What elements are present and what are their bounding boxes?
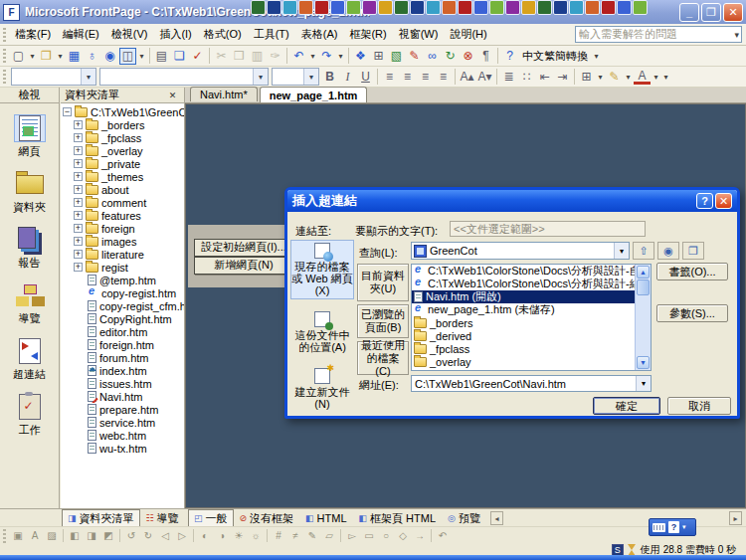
tree-item[interactable]: _overlay bbox=[61, 144, 184, 157]
separator[interactable] bbox=[119, 529, 120, 542]
undo-icon[interactable]: ↶ bbox=[290, 48, 307, 65]
browsed-pages-button[interactable]: 已瀏覽的頁面(B) bbox=[357, 304, 409, 338]
view-navigation[interactable]: 導覽 bbox=[0, 281, 59, 326]
keyboard-icon[interactable] bbox=[653, 523, 665, 532]
copy-icon[interactable]: ❒ bbox=[231, 48, 248, 65]
expand-icon[interactable] bbox=[74, 250, 83, 259]
redo-icon[interactable]: ↷ bbox=[318, 48, 335, 65]
font-size-combobox[interactable]: ▾ bbox=[272, 68, 319, 86]
chevron-down-icon[interactable]: ▾ bbox=[636, 376, 651, 391]
rectangle-icon[interactable]: ▭ bbox=[361, 528, 377, 543]
view-reports[interactable]: 報告 bbox=[0, 226, 59, 271]
view-tab-html[interactable]: ◧ HTML bbox=[299, 509, 352, 528]
align-left-icon[interactable]: ≡ bbox=[381, 69, 398, 86]
tree-item[interactable]: features bbox=[61, 209, 184, 222]
underline-icon[interactable]: U bbox=[357, 69, 374, 86]
tree-item[interactable]: service.htm bbox=[61, 416, 184, 429]
toolbar-options-icon[interactable]: ▾ bbox=[661, 69, 670, 86]
rotate-left-icon[interactable]: ↺ bbox=[123, 528, 139, 543]
open-icon[interactable]: ❐ bbox=[38, 48, 55, 65]
look-in-combobox[interactable]: GreenCot ▾ bbox=[411, 242, 630, 260]
close-button[interactable]: ✕ bbox=[723, 3, 743, 22]
scroll-thumb[interactable] bbox=[637, 280, 650, 295]
recent-files-button[interactable]: 最近使用的檔案(C) bbox=[357, 341, 409, 375]
separator[interactable] bbox=[496, 69, 497, 85]
expand-icon[interactable] bbox=[74, 211, 83, 220]
restore-icon[interactable]: ↶ bbox=[435, 528, 451, 543]
toolbar-grip[interactable] bbox=[3, 529, 6, 543]
style-combobox[interactable]: ▾ bbox=[11, 68, 96, 86]
search-web-button[interactable]: ◉ bbox=[657, 242, 679, 260]
search-icon[interactable]: ◉ bbox=[101, 48, 118, 65]
separator[interactable] bbox=[267, 529, 268, 542]
borders-dropdown-icon[interactable]: ▾ bbox=[596, 69, 605, 86]
menu-item[interactable]: 編輯(E) bbox=[57, 24, 105, 45]
undo-dropdown-icon[interactable]: ▾ bbox=[308, 48, 317, 65]
preview-in-browser-icon[interactable]: ❏ bbox=[171, 48, 188, 65]
file-list-item[interactable]: _borders bbox=[412, 316, 637, 329]
highlight-icon[interactable]: ✎ bbox=[606, 69, 623, 86]
separator[interactable] bbox=[63, 529, 64, 542]
view-page[interactable]: 網頁 bbox=[0, 114, 59, 159]
save-icon[interactable]: ▦ bbox=[66, 48, 83, 65]
tab-folder-list[interactable]: ◨ 資料夾清單 bbox=[62, 509, 140, 528]
text-icon[interactable]: A bbox=[27, 528, 43, 543]
menu-item[interactable]: 格式(O) bbox=[198, 24, 248, 45]
new-page-icon[interactable]: ▢ bbox=[10, 48, 27, 65]
tree-item[interactable]: wu-tx.htm bbox=[61, 442, 184, 455]
expand-icon[interactable] bbox=[74, 198, 83, 207]
current-folder-button[interactable]: 目前資料夾(U) bbox=[357, 264, 409, 301]
tree-item[interactable]: C:\TxWeb1\GreenCot bbox=[61, 105, 184, 118]
flip-horizontal-icon[interactable]: ◁ bbox=[157, 528, 173, 543]
tree-item[interactable]: Navi.htm bbox=[61, 390, 184, 403]
refresh-icon[interactable]: ↻ bbox=[442, 48, 459, 65]
tree-item[interactable]: foreign bbox=[61, 222, 184, 235]
expand-icon[interactable] bbox=[74, 133, 83, 142]
font-color-icon[interactable]: A bbox=[634, 70, 651, 85]
menu-item[interactable]: 框架(R) bbox=[343, 24, 392, 45]
insert-picture-icon[interactable]: ▧ bbox=[388, 48, 405, 65]
font-color-dropdown-icon[interactable]: ▾ bbox=[652, 69, 660, 86]
polygon-icon[interactable]: ◇ bbox=[395, 528, 411, 543]
expand-icon[interactable] bbox=[74, 172, 83, 181]
format-painter-icon[interactable]: ✑ bbox=[267, 48, 283, 65]
less-contrast-icon[interactable]: ◑ bbox=[214, 528, 230, 543]
view-tab-frames-page-html[interactable]: ◧ 框架頁 HTML bbox=[353, 509, 443, 528]
highlight-dropdown-icon[interactable]: ▾ bbox=[624, 69, 633, 86]
tree-item[interactable]: CopyRight.htm bbox=[61, 312, 184, 325]
dialog-help-button[interactable]: ? bbox=[696, 193, 713, 209]
separator[interactable] bbox=[497, 48, 498, 64]
separator[interactable] bbox=[193, 529, 194, 542]
separator[interactable] bbox=[574, 69, 575, 85]
chinese-convert-button[interactable]: 中文繁簡轉換 bbox=[519, 49, 591, 64]
expand-icon[interactable] bbox=[74, 224, 83, 233]
scroll-up-icon[interactable]: ▲ bbox=[637, 266, 650, 279]
tree-item[interactable]: webc.htm bbox=[61, 429, 184, 442]
language-bar[interactable]: ? ▾ bbox=[649, 518, 696, 536]
view-tab-no-frames[interactable]: ⊘ 沒有框架 bbox=[234, 509, 300, 528]
file-list-item[interactable]: new_page_1.htm (未儲存) bbox=[412, 303, 637, 316]
expand-icon[interactable] bbox=[74, 120, 83, 129]
tree-item[interactable]: regist bbox=[61, 261, 184, 274]
toolbar-grip[interactable] bbox=[3, 28, 6, 42]
tree-item[interactable]: images bbox=[61, 235, 184, 248]
restore-button[interactable]: ❐ bbox=[701, 3, 721, 22]
tree-item[interactable]: copy-regist.htm bbox=[61, 286, 184, 299]
insert-table-icon[interactable]: ⊞ bbox=[370, 48, 387, 65]
italic-icon[interactable]: I bbox=[339, 69, 356, 86]
tree-item[interactable]: comment bbox=[61, 196, 184, 209]
publish-web-icon[interactable]: ♁ bbox=[84, 48, 100, 65]
increase-font-icon[interactable]: A▴ bbox=[459, 69, 475, 86]
tree-item[interactable]: issues.htm bbox=[61, 377, 184, 390]
tree-item[interactable]: copy-regist_cfm.htm bbox=[61, 299, 184, 312]
select-icon[interactable]: ▻ bbox=[344, 528, 360, 543]
tree-item[interactable]: index.htm bbox=[61, 364, 184, 377]
justify-icon[interactable]: ≡ bbox=[435, 69, 452, 86]
tab-scroll-right-icon[interactable]: ▸ bbox=[729, 511, 742, 525]
doc-tab-new-page[interactable]: new_page_1.htm bbox=[260, 87, 368, 102]
tree-item[interactable]: _private bbox=[61, 157, 184, 170]
view-tab-preview[interactable]: ◎ 預覽 bbox=[442, 509, 486, 528]
open-dropdown-icon[interactable]: ▾ bbox=[56, 48, 65, 65]
align-center-icon[interactable]: ≡ bbox=[399, 69, 416, 86]
separator[interactable] bbox=[286, 48, 287, 64]
